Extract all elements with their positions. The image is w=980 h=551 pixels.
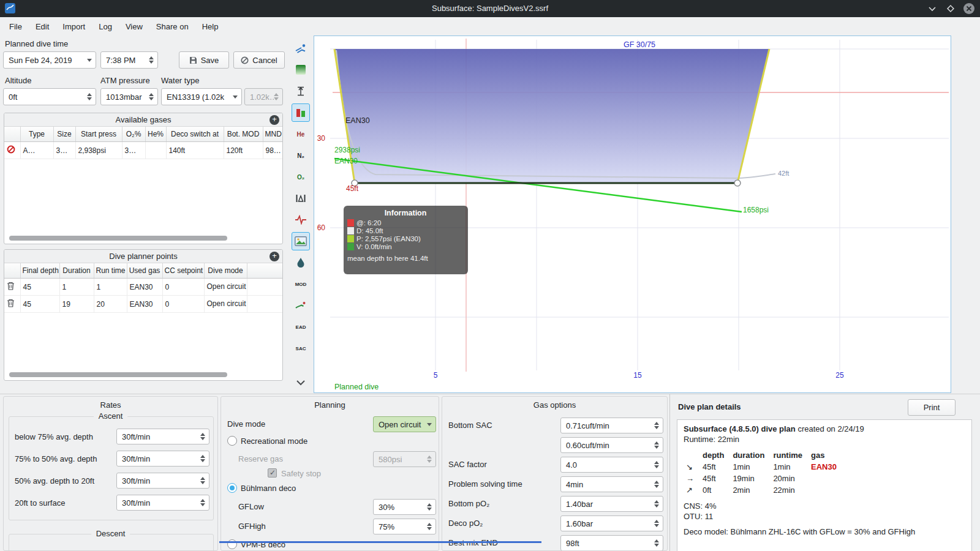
point-duration-cell[interactable]: 1 — [59, 279, 94, 296]
save-button[interactable]: Save — [179, 51, 229, 69]
best-mix-end-spinbox[interactable]: 98ft — [560, 535, 663, 551]
menubar: File Edit Import Log View Share on Help — [0, 17, 980, 36]
water-type-combobox[interactable]: EN13319 (1.02k — [161, 88, 242, 105]
problem-solving-time-spinbox[interactable]: 4min — [560, 476, 663, 492]
point-runtime-cell[interactable]: 20 — [94, 296, 127, 313]
ascent-rate-3-spinbox[interactable]: 30ft/min — [116, 473, 209, 489]
points-header-final-depth[interactable]: Final depth — [20, 263, 59, 279]
gflow-spinbox[interactable]: 30% — [373, 499, 436, 515]
point-depth-cell[interactable]: 45 — [20, 296, 59, 313]
recreational-mode-radio[interactable] — [227, 436, 237, 446]
menu-log[interactable]: Log — [92, 19, 119, 34]
delete-point-icon[interactable] — [4, 296, 20, 313]
menu-file[interactable]: File — [2, 19, 29, 34]
points-header-dive-mode[interactable]: Dive mode — [204, 263, 247, 279]
profile-handle[interactable] — [734, 180, 741, 186]
cancel-button[interactable]: Cancel — [233, 51, 285, 69]
points-header-run-time[interactable]: Run time — [94, 263, 127, 279]
helium-graph-icon[interactable]: He — [292, 125, 310, 143]
point-gas-cell[interactable]: EAN30 — [127, 279, 162, 296]
spin-arrows-icon — [200, 476, 206, 485]
panel-divider — [669, 394, 670, 551]
point-depth-cell[interactable]: 45 — [20, 279, 59, 296]
deco-po2-spinbox[interactable]: 1.60bar — [560, 515, 663, 531]
gases-header-type[interactable]: Type — [20, 127, 53, 142]
point-runtime-cell[interactable]: 1 — [94, 279, 127, 296]
rate-row-label: 50% avg. depth to 20ft — [15, 476, 94, 485]
print-button[interactable]: Print — [908, 399, 956, 416]
ascent-rate-4-spinbox[interactable]: 30ft/min — [116, 495, 209, 511]
gas-he-cell[interactable] — [145, 142, 166, 159]
photos-icon[interactable] — [292, 232, 310, 250]
point-setpoint-cell[interactable]: 0 — [162, 279, 204, 296]
bottom-scrollbar[interactable] — [219, 541, 541, 543]
point-setpoint-cell[interactable]: 0 — [162, 296, 204, 313]
ascent-rate-1-spinbox[interactable]: 30ft/min — [116, 429, 209, 444]
deco-sac-spinbox[interactable]: 0.60cuft/min — [560, 437, 663, 453]
menu-view[interactable]: View — [119, 19, 149, 34]
gases-header-deco-switch[interactable]: Deco switch at — [166, 127, 224, 142]
menu-share-on[interactable]: Share on — [149, 19, 195, 34]
mod-icon[interactable]: MOD — [292, 275, 310, 293]
sac-icon[interactable]: SAC — [292, 339, 310, 358]
dive-profile-chart[interactable]: GF 30/75 EAN30 2938psi EAN30 45ft 1658ps… — [314, 36, 951, 393]
maximize-icon[interactable] — [944, 2, 957, 15]
gas-deco-switch-cell[interactable]: 140ft — [166, 142, 224, 159]
ambient-pressure-icon[interactable] — [292, 189, 310, 208]
diver-icon[interactable] — [292, 39, 310, 58]
points-header-cc-setpoint[interactable]: CC setpoint — [162, 263, 204, 279]
menu-edit[interactable]: Edit — [29, 19, 56, 34]
gases-horizontal-scrollbar[interactable] — [9, 236, 227, 241]
swimmer-icon[interactable] — [292, 296, 310, 315]
points-header-used-gas[interactable]: Used gas — [127, 263, 162, 279]
point-gas-cell[interactable]: EAN30 — [127, 296, 162, 313]
minimize-icon[interactable] — [926, 2, 938, 15]
add-point-button[interactable]: + — [270, 252, 279, 261]
dive-mode-combobox[interactable]: Open circuit — [373, 416, 436, 432]
ceiling-gradient-icon[interactable] — [292, 61, 310, 79]
oxygen-graph-icon[interactable]: O₂ — [292, 168, 310, 186]
gases-header-bot-mod[interactable]: Bot. MOD — [224, 127, 263, 142]
dive-date-combobox[interactable]: Sun Feb 24, 2019 — [3, 51, 96, 69]
points-horizontal-scrollbar[interactable] — [9, 372, 227, 377]
gases-header-he[interactable]: He% — [145, 127, 166, 142]
gas-mnd-cell[interactable]: 98… — [263, 142, 282, 159]
gases-header-o2[interactable]: O₂% — [122, 127, 145, 142]
menu-help[interactable]: Help — [195, 19, 225, 34]
dc-ceiling-icon[interactable] — [292, 103, 310, 122]
nitrogen-graph-icon[interactable]: N₂ — [292, 146, 310, 165]
bottom-sac-spinbox[interactable]: 0.71cuft/min — [560, 418, 663, 433]
gases-header-size[interactable]: Size — [53, 127, 75, 142]
altitude-spinbox[interactable]: 0ft — [3, 88, 96, 105]
gfhigh-spinbox[interactable]: 75% — [373, 519, 436, 534]
delete-gas-icon[interactable] — [4, 142, 20, 159]
gas-density-icon[interactable] — [292, 253, 310, 272]
gas-start-press-cell[interactable]: 2,938psi — [75, 142, 122, 159]
sac-factor-spinbox[interactable]: 4.0 — [560, 457, 663, 473]
menu-import[interactable]: Import — [56, 19, 92, 34]
atm-pressure-spinbox[interactable]: 1013mbar — [100, 88, 158, 105]
points-header-duration[interactable]: Duration — [59, 263, 94, 279]
ead-icon[interactable]: EAD — [292, 318, 310, 336]
ruler-icon[interactable] — [292, 82, 310, 100]
close-icon[interactable] — [963, 2, 975, 15]
x-tick-5: 5 — [434, 371, 438, 380]
gases-header-start-press[interactable]: Start press — [75, 127, 122, 142]
heart-rate-icon[interactable] — [292, 211, 310, 229]
point-mode-cell[interactable]: Open circuit — [204, 296, 247, 313]
delete-point-icon[interactable] — [4, 279, 20, 296]
add-gas-button[interactable]: + — [270, 115, 279, 125]
gas-type-cell[interactable]: A… — [20, 142, 53, 159]
gases-header-mnd[interactable]: MND — [263, 127, 282, 142]
gas-o2-cell[interactable]: 3… — [122, 142, 145, 159]
dive-time-spinbox[interactable]: 7:38 PM — [100, 51, 158, 69]
point-mode-cell[interactable]: Open circuit — [204, 279, 247, 296]
bottom-po2-spinbox[interactable]: 1.40bar — [560, 496, 663, 512]
depth-profile-fill — [334, 49, 769, 183]
buhlmann-deco-radio[interactable] — [227, 483, 237, 493]
gas-bot-mod-cell[interactable]: 120ft — [224, 142, 263, 159]
point-duration-cell[interactable]: 19 — [59, 296, 94, 313]
ascent-rate-2-spinbox[interactable]: 30ft/min — [116, 451, 209, 467]
gas-size-cell[interactable]: 3… — [53, 142, 75, 159]
scroll-down-icon[interactable] — [292, 373, 310, 392]
